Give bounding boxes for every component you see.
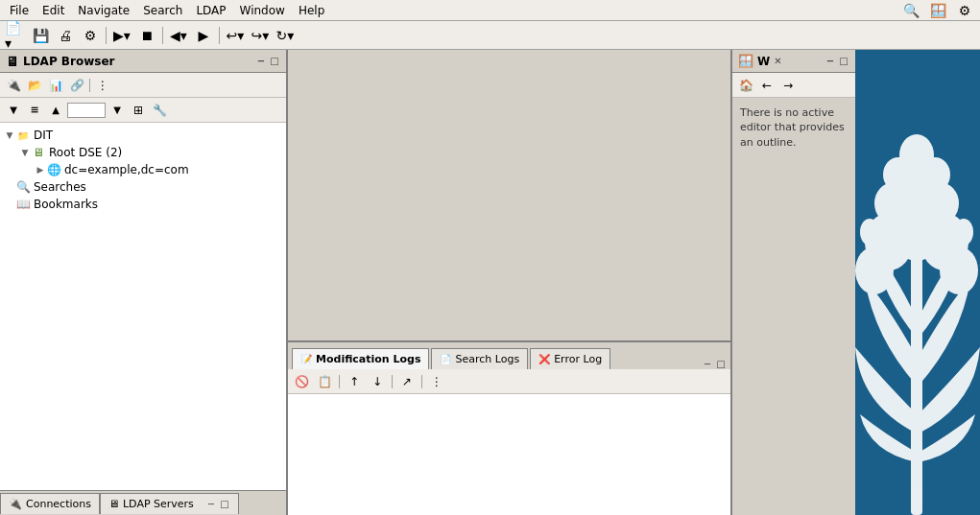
outline-content: There is no active editor that provides …: [732, 98, 855, 515]
forward-btn[interactable]: ↪▾: [249, 25, 272, 46]
tree-item-rootdse[interactable]: ▼ 🖥 Root DSE (2): [19, 144, 282, 161]
collapse-btn[interactable]: 📊: [46, 77, 65, 94]
searches-icon: 🔍: [15, 179, 31, 195]
main-toolbar: 📄▾ 💾 🖨 ⚙ ▶▾ ⏹ ◀▾ ▶ ↩▾ ↪▾ ↻▾: [0, 21, 980, 50]
ldap-servers-tab-icon: 🖥: [108, 498, 119, 510]
log-up-btn[interactable]: ↑: [345, 373, 364, 390]
save-btn[interactable]: 💾: [29, 25, 52, 46]
outline-forward-btn[interactable]: →: [778, 77, 798, 94]
expand-example[interactable]: ▶: [35, 165, 46, 175]
minimize-bottom-btn[interactable]: −: [205, 498, 217, 509]
error-log-label: Error Log: [554, 353, 602, 365]
tree-item-bookmarks[interactable]: 📖 Bookmarks: [4, 196, 282, 213]
browser-toolbar-2: ▼ ≡ ▲ ▼ ⊞ 🔧: [0, 98, 286, 123]
svg-point-5: [855, 246, 894, 294]
log-toolbar: 🚫 📋 ↑ ↓ ↗ ⋮: [288, 369, 730, 394]
menu-help[interactable]: Help: [293, 2, 330, 19]
log-area: 📝 Modification Logs 📄 Search Logs ❌ Erro…: [288, 342, 730, 515]
input-box[interactable]: [67, 103, 106, 118]
print-btn[interactable]: 🖨: [54, 25, 77, 46]
center-panel: 📝 Modification Logs 📄 Search Logs ❌ Erro…: [288, 50, 730, 515]
hierarchy-btn[interactable]: ⊞: [129, 102, 148, 119]
back-btn[interactable]: ↩▾: [224, 25, 247, 46]
log-export-btn[interactable]: ↗: [397, 373, 417, 390]
maximize-outline-btn[interactable]: □: [838, 56, 849, 67]
sep2: [162, 27, 163, 44]
log-sep3: [421, 375, 422, 388]
tree-item-example[interactable]: ▶ 🌐 dc=example,dc=com: [35, 161, 282, 178]
dit-icon: 📁: [15, 128, 31, 143]
tree-item-dit[interactable]: ▼ 📁 DIT: [4, 127, 282, 144]
log-more-btn[interactable]: ⋮: [427, 373, 446, 390]
expand-rootdse[interactable]: ▼: [19, 148, 31, 157]
menu-file[interactable]: File: [4, 2, 35, 19]
link-btn[interactable]: 🔗: [67, 77, 86, 94]
log-copy-btn[interactable]: 📋: [315, 373, 334, 390]
browser-toolbar-1: 🔌 📂 📊 🔗 ⋮: [0, 73, 286, 98]
maximize-panel-btn[interactable]: □: [269, 56, 280, 67]
dit-label: DIT: [34, 129, 53, 142]
log-down-btn[interactable]: ↓: [368, 373, 387, 390]
example-icon: 🌐: [46, 162, 61, 177]
bookmarks-label: Bookmarks: [34, 198, 98, 211]
stop-btn[interactable]: ⏹: [135, 25, 158, 46]
editor-inner: [288, 50, 730, 340]
minimize-outline-btn[interactable]: −: [825, 56, 836, 67]
log-clear-btn[interactable]: 🚫: [292, 373, 311, 390]
dropdown-btn[interactable]: ▼: [108, 102, 127, 119]
mod-logs-icon: 📝: [300, 354, 312, 364]
log-sep2: [392, 375, 393, 388]
connections-tab-label: Connections: [26, 498, 91, 510]
next-btn[interactable]: ▶: [192, 25, 215, 46]
global-settings-icon[interactable]: ⚙: [953, 0, 976, 21]
global-view-icon[interactable]: 🪟: [926, 0, 949, 21]
error-log-tab[interactable]: ❌ Error Log: [530, 348, 610, 369]
gear-btn[interactable]: ⚙: [79, 25, 102, 46]
prev-btn[interactable]: ◀▾: [167, 25, 190, 46]
tree-item-searches[interactable]: 🔍 Searches: [4, 178, 282, 196]
global-search-icon[interactable]: 🔍: [899, 0, 922, 21]
maximize-log-btn[interactable]: □: [715, 358, 727, 369]
svg-point-13: [883, 157, 914, 192]
outline-home-btn[interactable]: 🏠: [736, 77, 755, 94]
menu-navigate[interactable]: Navigate: [72, 2, 135, 19]
run-btn[interactable]: ▶▾: [110, 25, 133, 46]
more-btn[interactable]: ⋮: [93, 77, 112, 94]
filter-btn[interactable]: 🔧: [150, 102, 169, 119]
sep1: [106, 27, 107, 44]
browser-tree: ▼ 📁 DIT ▼ 🖥 Root DSE (2) ▶ 🌐 dc=example,…: [0, 123, 286, 490]
menu-edit[interactable]: Edit: [36, 2, 70, 19]
equals-btn[interactable]: ≡: [25, 102, 44, 119]
ldap-browser-panel: 🖥 LDAP Browser − □ 🔌 📂 📊 🔗 ⋮ ▼ ≡ ▲ ▼ ⊞: [0, 50, 288, 515]
modification-logs-tab[interactable]: 📝 Modification Logs: [292, 348, 429, 369]
refresh-btn[interactable]: ↻▾: [274, 25, 297, 46]
expand-all-btn[interactable]: ▼: [4, 102, 23, 119]
example-label: dc=example,dc=com: [64, 163, 189, 176]
outline-x-icon[interactable]: ✕: [774, 56, 781, 66]
menu-search[interactable]: Search: [137, 2, 188, 19]
open-btn[interactable]: 📂: [25, 77, 44, 94]
mod-logs-label: Modification Logs: [316, 353, 420, 365]
main-layout: 🖥 LDAP Browser − □ 🔌 📂 📊 🔗 ⋮ ▼ ≡ ▲ ▼ ⊞: [0, 50, 980, 515]
search-logs-icon: 📄: [440, 354, 451, 364]
log-content: [288, 394, 730, 515]
outline-header: 🪟 W ✕ − □: [732, 50, 855, 73]
expand-dit[interactable]: ▼: [4, 130, 15, 140]
rootdse-icon: 🖥: [31, 145, 46, 160]
new-btn[interactable]: 📄▾: [4, 25, 27, 46]
menu-window[interactable]: Window: [234, 2, 291, 19]
minimize-log-btn[interactable]: −: [702, 358, 713, 369]
minimize-panel-btn[interactable]: −: [255, 56, 267, 67]
new-connection-btn[interactable]: 🔌: [4, 77, 23, 94]
outline-back-btn[interactable]: ←: [757, 77, 777, 94]
menu-ldap[interactable]: LDAP: [190, 2, 231, 19]
collapse-all-btn[interactable]: ▲: [46, 102, 65, 119]
ldap-servers-tab[interactable]: 🖥 LDAP Servers − □: [100, 493, 239, 514]
maximize-bottom-btn[interactable]: □: [219, 498, 230, 509]
dit-children: ▼ 🖥 Root DSE (2) ▶ 🌐 dc=example,dc=com: [19, 144, 282, 178]
ldap-browser-header: 🖥 LDAP Browser − □: [0, 50, 286, 73]
search-logs-tab[interactable]: 📄 Search Logs: [431, 348, 528, 369]
ptb-sep1: [89, 79, 90, 92]
connections-tab[interactable]: 🔌 Connections: [0, 493, 100, 514]
log-tabs-bar: 📝 Modification Logs 📄 Search Logs ❌ Erro…: [288, 342, 730, 369]
